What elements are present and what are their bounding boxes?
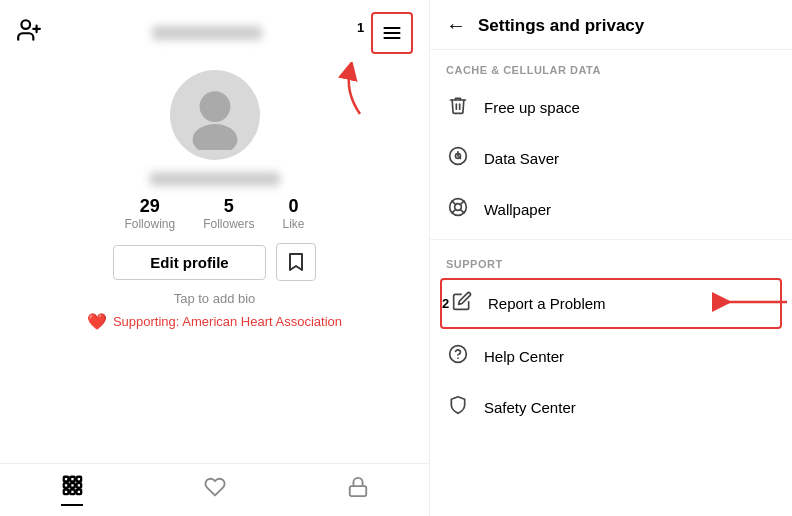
data-saver-label: Data Saver <box>484 150 559 167</box>
followers-label: Followers <box>203 217 254 231</box>
svg-point-7 <box>192 124 237 150</box>
menu-item-data-saver[interactable]: Data Saver <box>430 133 792 184</box>
section-support-header: SUPPORT <box>430 244 792 276</box>
svg-rect-14 <box>63 490 68 495</box>
followers-count: 5 <box>224 196 234 217</box>
wallpaper-label: Wallpaper <box>484 201 551 218</box>
safety-center-label: Safety Center <box>484 399 576 416</box>
section-cache-header: CACHE & CELLULAR DATA <box>430 50 792 82</box>
trash-icon <box>446 95 470 120</box>
menu-item-free-up-space[interactable]: Free up space <box>430 82 792 133</box>
back-button[interactable]: ← <box>446 14 466 37</box>
settings-title: Settings and privacy <box>478 16 644 36</box>
svg-rect-15 <box>70 490 75 495</box>
menu-item-help-center[interactable]: Help Center <box>430 331 792 382</box>
svg-line-22 <box>452 201 456 205</box>
left-panel: 1 29 <box>0 0 430 516</box>
svg-line-25 <box>452 209 456 213</box>
svg-rect-10 <box>76 477 81 482</box>
step1-badge: 1 <box>357 20 364 35</box>
menu-btn-wrapper: 1 <box>371 12 413 54</box>
free-up-space-label: Free up space <box>484 99 580 116</box>
likes-count: 0 <box>289 196 299 217</box>
stat-following[interactable]: 29 Following <box>124 196 175 231</box>
safety-icon <box>446 395 470 420</box>
svg-rect-9 <box>70 477 75 482</box>
report-icon <box>450 291 474 316</box>
help-icon <box>446 344 470 369</box>
username-top-blurred <box>152 26 262 40</box>
stats-row: 29 Following 5 Followers 0 Like <box>124 196 304 231</box>
nav-heart[interactable] <box>204 476 226 504</box>
svg-rect-8 <box>63 477 68 482</box>
nav-home[interactable] <box>61 474 83 506</box>
right-panel: ← Settings and privacy CACHE & CELLULAR … <box>430 0 792 516</box>
bottom-nav <box>0 463 429 516</box>
data-saver-icon <box>446 146 470 171</box>
svg-rect-12 <box>70 483 75 488</box>
heart-icon: ❤️ <box>87 312 107 331</box>
profile-actions: Edit profile <box>113 243 315 281</box>
arrow-to-menu <box>325 62 375 121</box>
report-problem-container: 2 Report a Problem <box>430 276 792 331</box>
top-bar: 1 <box>0 0 429 62</box>
step2-badge: 2 <box>442 296 449 311</box>
bookmark-button[interactable] <box>276 243 316 281</box>
following-count: 29 <box>140 196 160 217</box>
menu-item-report-problem[interactable]: Report a Problem <box>440 278 782 329</box>
nav-lock[interactable] <box>347 476 369 504</box>
svg-rect-17 <box>349 486 366 496</box>
supporting-text: Supporting: American Heart Association <box>113 314 342 329</box>
bio-placeholder: Tap to add bio <box>174 291 256 306</box>
menu-item-wallpaper[interactable]: Wallpaper <box>430 184 792 235</box>
following-label: Following <box>124 217 175 231</box>
add-user-icon[interactable] <box>16 17 42 49</box>
report-problem-label: Report a Problem <box>488 295 606 312</box>
supporting-row: ❤️ Supporting: American Heart Associatio… <box>87 312 342 331</box>
svg-point-0 <box>21 20 30 29</box>
right-header: ← Settings and privacy <box>430 0 792 50</box>
help-center-label: Help Center <box>484 348 564 365</box>
svg-line-23 <box>460 209 464 213</box>
stat-followers[interactable]: 5 Followers <box>203 196 254 231</box>
svg-line-24 <box>460 201 464 205</box>
svg-rect-16 <box>76 490 81 495</box>
svg-point-6 <box>199 91 230 122</box>
svg-rect-13 <box>76 483 81 488</box>
likes-label: Like <box>283 217 305 231</box>
edit-profile-button[interactable]: Edit profile <box>113 245 265 280</box>
divider <box>430 239 792 240</box>
stat-likes[interactable]: 0 Like <box>283 196 305 231</box>
username-below-blurred <box>150 172 280 186</box>
svg-rect-11 <box>63 483 68 488</box>
menu-button[interactable] <box>371 12 413 54</box>
wallpaper-icon <box>446 197 470 222</box>
avatar <box>170 70 260 160</box>
menu-item-safety-center[interactable]: Safety Center <box>430 382 792 433</box>
